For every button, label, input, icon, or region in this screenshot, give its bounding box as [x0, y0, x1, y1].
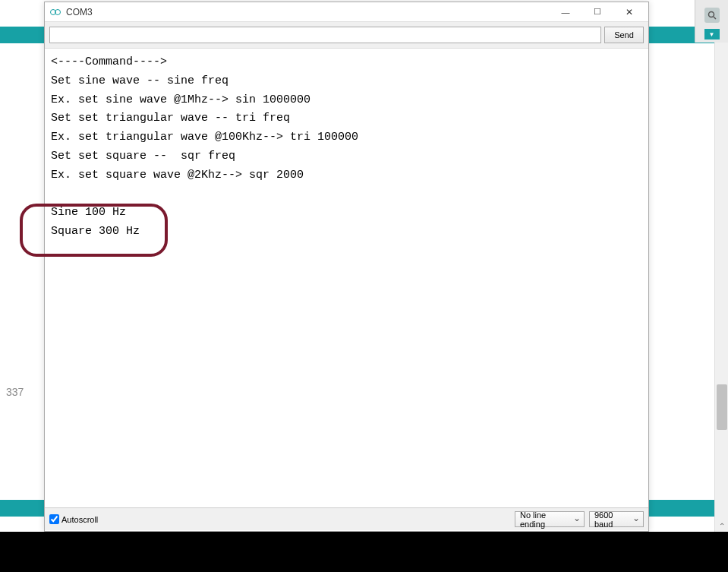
serial-monitor-window: COM3 Send <----Command----> Set sine wav…	[44, 2, 649, 532]
scrollbar-thumb[interactable]	[717, 384, 727, 430]
background-line-number: 337	[6, 386, 24, 398]
output-line: Set set triangular wave -- tri freq	[51, 112, 290, 125]
ide-dropdown-icon[interactable]: ▼	[704, 29, 720, 40]
autoscroll-checkbox[interactable]: Autoscroll	[49, 514, 98, 524]
svg-point-0	[708, 12, 714, 17]
close-button[interactable]	[613, 3, 645, 21]
ide-console-bg	[0, 532, 728, 572]
baud-rate-value: 9600 baud	[594, 510, 629, 529]
send-button[interactable]: Send	[604, 27, 644, 43]
page-scrollbar[interactable]: ⌃	[714, 43, 728, 532]
output-line: Set sine wave -- sine freq	[51, 74, 228, 87]
line-ending-dropdown[interactable]: No line ending	[515, 511, 585, 527]
window-title: COM3	[66, 7, 550, 17]
output-line: Square 300 Hz	[51, 225, 140, 238]
bottom-toolbar: Autoscroll No line ending 9600 baud	[45, 507, 648, 530]
window-controls	[550, 3, 645, 21]
scrollbar-down-arrow[interactable]: ⌃	[715, 522, 728, 530]
output-line: Sine 100 Hz	[51, 206, 126, 219]
output-line: Ex. set triangular wave @100Khz--> tri 1…	[51, 131, 358, 144]
titlebar: COM3	[45, 2, 648, 22]
maximize-button[interactable]	[581, 3, 613, 21]
ide-right-panel: ▼	[695, 0, 728, 43]
svg-line-1	[714, 17, 716, 19]
baud-rate-dropdown[interactable]: 9600 baud	[589, 511, 644, 527]
autoscroll-label: Autoscroll	[61, 515, 98, 524]
autoscroll-input[interactable]	[49, 514, 59, 524]
arduino-icon	[48, 7, 63, 17]
minimize-button[interactable]	[550, 3, 581, 21]
output-line: <----Command---->	[51, 55, 167, 68]
output-line: Ex. set square wave @2Khz--> sqr 2000	[51, 169, 304, 182]
serial-output[interactable]: <----Command----> Set sine wave -- sine …	[45, 49, 648, 507]
serial-input[interactable]	[49, 27, 601, 43]
serial-monitor-icon[interactable]	[704, 8, 720, 23]
output-line: Ex. set sine wave @1Mhz--> sin 1000000	[51, 93, 310, 106]
line-ending-value: No line ending	[520, 510, 570, 529]
output-line: Set set square -- sqr freq	[51, 150, 235, 163]
input-row: Send	[45, 22, 648, 49]
